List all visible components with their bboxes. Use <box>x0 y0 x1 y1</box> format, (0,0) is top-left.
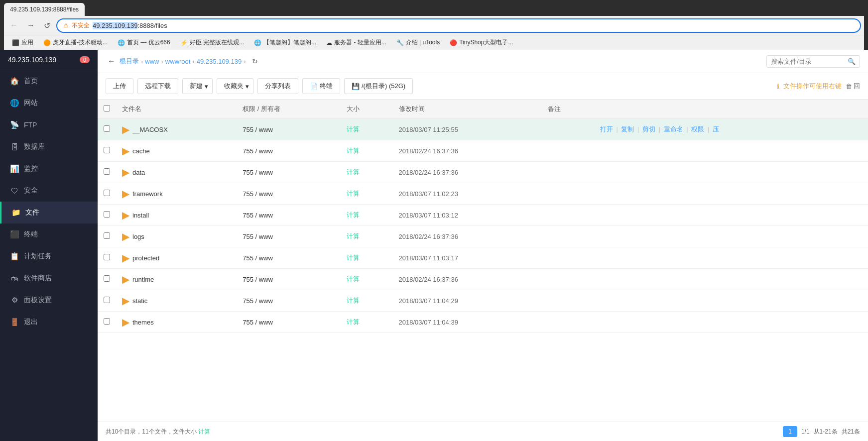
footer-calc-link[interactable]: 计算 <box>198 428 210 435</box>
main-content: ← 根目录 › www › wwwroot › 49.235.109.139 ›… <box>98 50 868 441</box>
row-checkbox-2[interactable] <box>104 168 110 175</box>
bookmark-haochen[interactable]: ⚡ 好臣 完整版在线观... <box>176 37 248 48</box>
file-size[interactable]: 计算 <box>341 119 393 140</box>
action-重命名[interactable]: 重命名 <box>664 125 683 133</box>
forward-button[interactable]: → <box>24 19 38 32</box>
sidebar-item-files[interactable]: 📁 文件 <box>0 202 98 223</box>
bookmark-utools[interactable]: 🔧 介绍 | uTools <box>392 37 444 48</box>
row-checkbox-1[interactable] <box>104 147 110 153</box>
sidebar-item-home[interactable]: 🏠 首页 <box>0 70 98 92</box>
breadcrumb-wwwroot[interactable]: wwwroot <box>165 58 191 65</box>
bookmark-tinyshop[interactable]: 🔴 TinyShop大型电子... <box>446 37 517 48</box>
file-modified: 2018/02/24 16:37:36 <box>393 226 542 247</box>
row-checkbox-5[interactable] <box>104 232 110 239</box>
breadcrumb-www[interactable]: www <box>145 58 159 65</box>
file-size[interactable]: 计算 <box>341 312 393 333</box>
action-剪切[interactable]: 剪切 <box>642 125 655 133</box>
col-filename: 文件名 <box>116 100 237 119</box>
table-row[interactable]: ▶__MACOSX755 / www计算2018/03/07 11:25:55打… <box>98 119 868 140</box>
action-复制[interactable]: 复制 <box>621 125 634 133</box>
select-all-checkbox[interactable] <box>104 105 110 111</box>
breadcrumb-refresh-button[interactable]: ↻ <box>248 55 262 67</box>
sidebar-item-cron[interactable]: 📋 计划任务 <box>0 245 98 267</box>
breadcrumb-ip[interactable]: 49.235.109.139 <box>197 58 242 65</box>
bookmark-server[interactable]: ☁ 服务器 - 轻量应用... <box>322 37 390 48</box>
bookmark-biquge[interactable]: 🌐 【笔趣阁】笔趣阁... <box>250 37 320 48</box>
bookmark-apps[interactable]: ⬛ 应用 <box>8 37 37 48</box>
row-checkbox-6[interactable] <box>104 254 110 260</box>
file-size[interactable]: 计算 <box>341 140 393 162</box>
file-name[interactable]: static <box>132 297 147 305</box>
sidebar-item-website[interactable]: 🌐 网站 <box>0 92 98 114</box>
table-row[interactable]: ▶runtime755 / www计算2018/02/24 16:37:36 <box>98 269 868 290</box>
file-name[interactable]: protected <box>132 254 159 262</box>
table-row[interactable]: ▶themes755 / www计算2018/03/07 11:04:39 <box>98 312 868 333</box>
delete-button[interactable]: 🗑 回 <box>846 82 860 91</box>
sidebar-item-terminal[interactable]: ⬛ 终端 <box>0 223 98 245</box>
table-row[interactable]: ▶data755 / www计算2018/02/24 16:37:36 <box>98 162 868 183</box>
row-checkbox-4[interactable] <box>104 211 110 218</box>
apps-icon: ⬛ <box>12 39 19 46</box>
bookmark-youyun[interactable]: 🌐 首页 — 优云666 <box>114 37 174 48</box>
table-row[interactable]: ▶protected755 / www计算2018/03/07 11:03:17 <box>98 247 868 269</box>
sidebar-item-ftp[interactable]: 📡 FTP <box>0 114 98 136</box>
file-size[interactable]: 计算 <box>341 205 393 226</box>
table-row[interactable]: ▶cache755 / www计算2018/02/24 16:37:36 <box>98 140 868 162</box>
action-压[interactable]: 压 <box>713 125 719 133</box>
file-name[interactable]: logs <box>132 233 144 240</box>
file-size[interactable]: 计算 <box>341 162 393 183</box>
file-name-cell: ▶logs <box>122 230 231 242</box>
file-remark <box>542 290 594 312</box>
table-row[interactable]: ▶install755 / www计算2018/03/07 11:03:12 <box>98 205 868 226</box>
search-input[interactable] <box>771 58 846 65</box>
file-name[interactable]: __MACOSX <box>132 126 168 133</box>
file-name[interactable]: framework <box>132 190 163 198</box>
file-name[interactable]: themes <box>132 319 154 326</box>
sidebar-item-security[interactable]: 🛡 安全 <box>0 180 98 202</box>
breadcrumb-root[interactable]: 根目录 <box>120 57 139 66</box>
share-list-button[interactable]: 分享列表 <box>257 78 298 94</box>
page-1-button[interactable]: 1 <box>783 426 797 437</box>
file-size[interactable]: 计算 <box>341 290 393 312</box>
table-row[interactable]: ▶framework755 / www计算2018/03/07 11:02:23 <box>98 183 868 205</box>
row-checkbox-7[interactable] <box>104 275 110 282</box>
row-checkbox-3[interactable] <box>104 190 110 196</box>
back-button[interactable]: ← <box>7 19 21 32</box>
file-name[interactable]: data <box>132 169 145 176</box>
sidebar-item-store[interactable]: 🛍 软件商店 <box>0 267 98 289</box>
file-size[interactable]: 计算 <box>341 269 393 290</box>
home-icon: 🏠 <box>10 77 19 86</box>
footer-summary: 共10个目录，11个文件，文件大小 计算 <box>106 428 210 436</box>
file-name-cell: ▶install <box>122 209 231 221</box>
bookmark-huyalive[interactable]: 🟠 虎牙直播-技术驱动... <box>39 37 112 48</box>
row-checkbox-9[interactable] <box>104 318 110 325</box>
browser-tab[interactable]: 49.235.109.139:8888/files <box>4 3 85 16</box>
new-button[interactable]: 新建 ▾ <box>182 78 213 94</box>
sidebar-item-database[interactable]: 🗄 数据库 <box>0 136 98 158</box>
remote-download-button[interactable]: 远程下载 <box>137 78 178 94</box>
row-checkbox-0[interactable] <box>104 125 110 132</box>
sidebar-item-monitor[interactable]: 📊 监控 <box>0 158 98 180</box>
action-权限[interactable]: 权限 <box>691 125 704 133</box>
terminal-button[interactable]: 📄 终端 <box>302 78 340 94</box>
upload-button[interactable]: 上传 <box>106 78 133 94</box>
table-row[interactable]: ▶static755 / www计算2018/03/07 11:04:29 <box>98 290 868 312</box>
address-bar[interactable]: ⚠ 不安全 49.235.109.139:8888/files <box>56 18 861 33</box>
file-name[interactable]: install <box>132 212 149 219</box>
breadcrumb-back-button[interactable]: ← <box>106 55 118 68</box>
file-name[interactable]: cache <box>132 147 150 155</box>
file-permission: 755 / www <box>237 312 341 333</box>
reload-button[interactable]: ↺ <box>41 19 53 32</box>
row-checkbox-8[interactable] <box>104 297 110 303</box>
file-size[interactable]: 计算 <box>341 183 393 205</box>
folder-icon: ▶ <box>122 123 129 135</box>
table-row[interactable]: ▶logs755 / www计算2018/02/24 16:37:36 <box>98 226 868 247</box>
action-打开[interactable]: 打开 <box>600 125 613 133</box>
sidebar-item-logout[interactable]: 🚪 退出 <box>0 311 98 333</box>
breadcrumb-nav: ← 根目录 › www › wwwroot › 49.235.109.139 ›… <box>106 55 762 68</box>
file-size[interactable]: 计算 <box>341 226 393 247</box>
sidebar-item-settings[interactable]: ⚙ 面板设置 <box>0 289 98 311</box>
file-size[interactable]: 计算 <box>341 247 393 269</box>
favorites-button[interactable]: 收藏夹 ▾ <box>217 78 253 94</box>
file-name[interactable]: runtime <box>132 276 154 283</box>
